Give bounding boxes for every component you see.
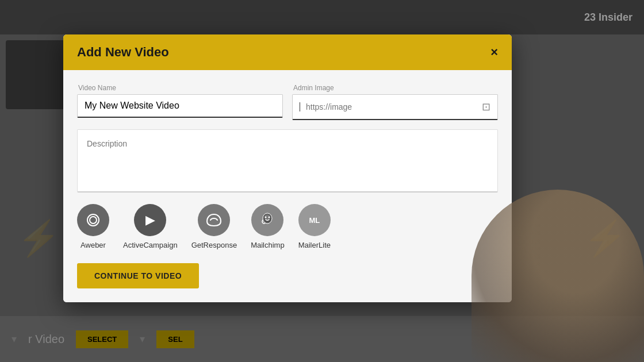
- admin-image-group: Admin Image ⊡: [292, 84, 498, 120]
- modal-header: Add New Video ×: [63, 34, 512, 70]
- image-icon[interactable]: ⊡: [482, 101, 490, 113]
- admin-image-input-wrapper: ⊡: [292, 94, 498, 120]
- activecampaign-icon: ▶: [134, 204, 166, 236]
- description-group: [77, 129, 498, 192]
- integration-aweber[interactable]: Aweber: [77, 204, 109, 249]
- add-video-modal: Add New Video × Video Name Admin Image ⊡: [63, 34, 512, 302]
- text-cursor: [300, 102, 300, 111]
- continue-to-video-button[interactable]: CONTINUE TO VIDEO: [77, 263, 199, 288]
- video-name-input[interactable]: [77, 94, 283, 118]
- mailerlite-icon: ML: [298, 204, 331, 236]
- person-silhouette: [471, 190, 644, 362]
- integration-getresponse[interactable]: GetResponse: [191, 204, 237, 249]
- mailchimp-label: Mailchimp: [251, 241, 285, 249]
- mailchimp-icon: [251, 204, 283, 236]
- getresponse-label: GetResponse: [191, 241, 237, 249]
- video-name-label: Video Name: [77, 84, 283, 92]
- admin-image-input[interactable]: [306, 102, 477, 111]
- mailerlite-label: MailerLite: [298, 241, 331, 249]
- person-area: [471, 190, 644, 362]
- svg-point-4: [265, 217, 267, 218]
- integration-mailerlite[interactable]: ML MailerLite: [298, 204, 331, 249]
- activecampaign-label: ActiveCampaign: [123, 241, 178, 249]
- modal-body: Video Name Admin Image ⊡: [63, 70, 512, 302]
- admin-image-label: Admin Image: [292, 84, 498, 92]
- aweber-icon: [77, 204, 109, 236]
- integrations-row: Aweber ▶ ActiveCampaign GetResponse: [77, 204, 498, 249]
- close-button[interactable]: ×: [490, 46, 498, 59]
- svg-point-5: [269, 217, 270, 218]
- video-name-group: Video Name: [77, 84, 283, 120]
- svg-point-1: [90, 217, 97, 224]
- integration-activecampaign[interactable]: ▶ ActiveCampaign: [123, 204, 178, 249]
- form-row-1: Video Name Admin Image ⊡: [77, 84, 498, 120]
- getresponse-icon: [198, 204, 230, 236]
- modal-title: Add New Video: [77, 45, 169, 60]
- aweber-label: Aweber: [80, 241, 106, 249]
- integration-mailchimp[interactable]: Mailchimp: [251, 204, 285, 249]
- form-row-description: [77, 129, 498, 192]
- description-input[interactable]: [77, 129, 498, 192]
